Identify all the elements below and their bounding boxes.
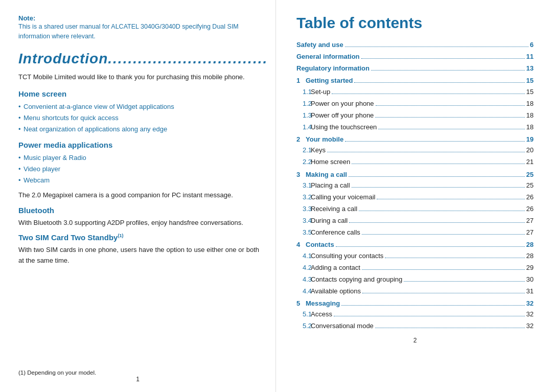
bullet-item: Neat organization of applications along …	[18, 124, 259, 135]
toc-sub-text: Home screen	[311, 157, 350, 167]
toc-dots	[336, 246, 525, 247]
toc-entry: 1 Getting started 15	[296, 76, 534, 86]
toc-entry: 4.2 Adding a contact 29	[296, 263, 534, 273]
toc-page: 32	[526, 309, 534, 319]
toc-page: 27	[526, 216, 534, 226]
toc-page: 21	[526, 157, 534, 167]
home-screen-title: Home screen	[18, 89, 259, 98]
toc-page: 28	[526, 240, 534, 250]
toc-main-num: 3	[296, 170, 306, 180]
toc-sub-text: Contacts copying and grouping	[311, 274, 402, 285]
toc-page: 18	[526, 122, 534, 132]
toc-dots	[341, 305, 524, 306]
bullet-item: Menu shortcuts for quick access	[18, 112, 259, 124]
toc-page: 28	[526, 251, 534, 261]
toc-sub-text: Keys	[311, 145, 326, 155]
toc-page: 26	[526, 192, 534, 202]
bullet-item: Video player	[18, 164, 259, 175]
toc-entry: 5.1 Access 32	[296, 309, 534, 319]
toc-sub-text: Set-up	[311, 87, 330, 97]
toc-entry: Regulatory information 13	[296, 63, 534, 74]
toc-sub-num: 4.4	[296, 286, 311, 296]
toc-page: 6	[530, 40, 534, 50]
two-sim-para: With two SIM cards in one phone, users h…	[18, 245, 259, 266]
toc-page: 26	[526, 204, 534, 214]
toc-page: 15	[526, 87, 534, 97]
toc-entry: 5.2 Conversational mode 32	[296, 321, 534, 331]
toc-sub-text: Using the touchscreen	[311, 122, 377, 132]
toc-dots	[385, 258, 524, 258]
toc-main-num: 4	[296, 240, 306, 250]
toc-sub-num: 4.3	[296, 274, 311, 285]
toc-sub-text: During a call	[311, 216, 348, 226]
toc-dots	[345, 47, 528, 47]
toc-page: 32	[526, 321, 534, 331]
toc-dots	[362, 293, 524, 293]
toc-sub-num: 1.3	[296, 110, 311, 121]
toc-sub-num: 2.1	[296, 145, 311, 155]
toc-sub-text: Available options	[311, 286, 361, 296]
toc-entry: 3.1 Placing a call 25	[296, 180, 534, 191]
toc-main-num: 1	[296, 76, 306, 86]
toc-sub-text: Access	[311, 309, 332, 319]
two-sim-superscript: (1)	[118, 233, 123, 238]
toc-entry: 4 Contacts 28	[296, 240, 534, 250]
toc-container: Safety and use 6 General information 11 …	[296, 40, 534, 332]
toc-entry: 2.1 Keys 20	[296, 145, 534, 155]
toc-page: 25	[526, 180, 534, 191]
toc-dots	[352, 164, 524, 164]
toc-entry: 2.2 Home screen 21	[296, 157, 534, 167]
bullet-item: Convenient at-a-glance view of Widget ap…	[18, 101, 259, 112]
toc-main-num: 2	[296, 134, 306, 145]
toc-entry: 2 Your mobile 19	[296, 134, 534, 145]
toc-dots	[376, 105, 525, 106]
toc-sub-num: 5.2	[296, 321, 311, 331]
toc-sub-num: 1.2	[296, 99, 311, 109]
toc-dots	[362, 234, 525, 235]
toc-page: 11	[526, 52, 534, 62]
bullet-item: Music player & Radio	[18, 152, 259, 164]
toc-sub-num: 3.1	[296, 180, 311, 191]
toc-dots	[354, 82, 524, 83]
toc-dots	[375, 117, 524, 118]
toc-page: 15	[526, 76, 534, 86]
toc-sub-num: 3.3	[296, 204, 311, 214]
toc-page: 32	[526, 298, 534, 309]
bluetooth-para: With Bluetooth 3.0 supporting A2DP profi…	[18, 218, 259, 228]
toc-entry: 1.4 Using the touchscreen 18	[296, 122, 534, 132]
toc-sub-text: Adding a contact	[311, 263, 360, 273]
toc-sub-text: Calling your voicemail	[311, 192, 375, 202]
toc-dots	[371, 70, 525, 71]
footnote: (1) Depending on your model.	[18, 370, 96, 376]
toc-label: Safety and use	[296, 40, 343, 50]
page-number-left: 1	[136, 376, 140, 383]
two-sim-title: Two SIM Card Two Standby(1)	[18, 233, 259, 242]
toc-sub-text: Consulting your contacts	[311, 251, 383, 261]
toc-page: 31	[526, 286, 534, 296]
page-number-right: 2	[296, 337, 534, 344]
toc-page: 18	[526, 110, 534, 121]
toc-entry: 3.4 During a call 27	[296, 216, 534, 226]
toc-page: 29	[526, 263, 534, 273]
power-media-para: The 2.0 Megapixel camera is a good compa…	[18, 190, 259, 201]
bluetooth-title: Bluetooth	[18, 206, 259, 215]
toc-entry: 4.3 Contacts copying and grouping 30	[296, 274, 534, 285]
toc-sub-text: Placing a call	[311, 180, 350, 191]
toc-sub-num: 3.2	[296, 192, 311, 202]
toc-dots	[375, 328, 525, 328]
toc-dots	[349, 176, 525, 177]
toc-page: 25	[526, 170, 534, 180]
toc-section-label: Making a call	[306, 170, 347, 180]
right-page: Table of contents Safety and use 6 Gener…	[276, 0, 552, 392]
toc-sub-text: Conversational mode	[311, 321, 374, 331]
toc-sub-num: 2.2	[296, 157, 311, 167]
toc-dots	[404, 281, 524, 282]
toc-dots	[349, 222, 524, 223]
toc-sub-num: 4.1	[296, 251, 311, 261]
toc-section-label: Messaging	[306, 298, 340, 309]
note-box: Note: This is a shared user manual for A…	[18, 14, 259, 41]
toc-label: Regulatory information	[296, 63, 370, 74]
toc-page: 19	[526, 134, 534, 145]
toc-dots	[378, 129, 524, 129]
toc-dots	[327, 152, 525, 152]
